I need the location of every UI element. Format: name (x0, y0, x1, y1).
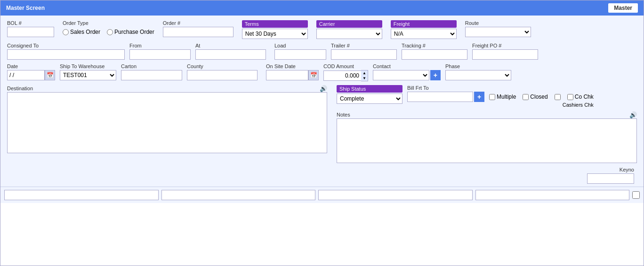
keyno-label: Keyno (620, 167, 634, 172)
from-label: From (129, 43, 191, 48)
bottom-field-4[interactable] (475, 190, 630, 200)
phase-label: Phase (445, 63, 511, 69)
notes-label: Notes (337, 112, 350, 117)
bill-frt-to-input[interactable] (407, 92, 473, 102)
freight-po-input[interactable] (472, 49, 538, 60)
row-2: Consigned To From At Load Trailer # Trac… (7, 43, 637, 60)
freight-group: Freight N/A (391, 20, 457, 39)
purchase-order-radio[interactable] (107, 29, 113, 35)
bottom-bar (0, 187, 644, 203)
destination-label: Destination (7, 86, 33, 91)
app-title: Master Screen (6, 5, 45, 11)
closed-checkbox[interactable] (523, 94, 529, 100)
co-chk-checkbox-label[interactable]: Co Chk (567, 94, 594, 100)
cod-amount-label: COD Amount (323, 63, 368, 69)
ship-status-label: Ship Status (337, 85, 402, 93)
cod-spin-up[interactable]: ▲ (361, 70, 368, 76)
extra-checkbox-1[interactable] (555, 94, 561, 100)
cashiers-chk-text: Cashiers Chk (563, 102, 594, 108)
on-site-cal-icon[interactable]: 📅 (308, 70, 319, 80)
sales-order-radio-label[interactable]: Sales Order (63, 29, 100, 35)
carrier-select[interactable] (316, 29, 382, 39)
order-num-label: Order # (163, 20, 233, 26)
on-site-date-label: On Site Date (266, 63, 319, 69)
order-num-input[interactable] (163, 27, 233, 37)
consigned-to-label: Consigned To (7, 43, 125, 48)
phase-select[interactable] (445, 70, 511, 80)
bottom-field-3[interactable] (318, 190, 473, 200)
bill-frt-to-add-button[interactable]: + (474, 92, 484, 102)
right-panel: Ship Status Complete Bill Frt To + (332, 85, 637, 163)
ship-status-group: Ship Status Complete (337, 85, 402, 104)
cashiers-chk-row: Cashiers Chk (489, 102, 594, 108)
co-chk-checkbox[interactable] (567, 94, 573, 100)
purchase-order-radio-label[interactable]: Purchase Order (107, 29, 154, 35)
tracking-label: Tracking # (402, 43, 467, 48)
carton-group: Carton (121, 63, 182, 80)
keyno-group: Keyno (587, 167, 634, 184)
cod-amount-input[interactable] (323, 70, 361, 81)
tracking-group: Tracking # (402, 43, 467, 60)
date-input[interactable] (7, 70, 45, 80)
bill-frt-to-group: Bill Frt To + (407, 85, 484, 102)
carton-input[interactable] (121, 70, 182, 80)
checkbox-row-1: Multiple Closed Co Chk (489, 94, 594, 100)
load-input[interactable] (274, 49, 326, 60)
multiple-checkbox[interactable] (489, 94, 495, 100)
load-label: Load (274, 43, 326, 48)
route-select[interactable] (465, 27, 531, 37)
sales-order-radio[interactable] (63, 29, 69, 35)
at-label: At (195, 43, 266, 48)
contact-group: Contact + (373, 63, 441, 80)
load-group: Load (274, 43, 326, 60)
county-label: County (187, 63, 258, 69)
on-site-date-input[interactable] (266, 70, 308, 80)
date-group: Date 📅 (7, 63, 55, 80)
order-type-radios: Sales Order Purchase Order (63, 27, 154, 37)
destination-speaker-icon[interactable]: 🔊 (320, 85, 327, 92)
multiple-checkbox-label[interactable]: Multiple (489, 94, 516, 100)
main-window: Master Screen Master BOL # Order Type Sa… (0, 0, 644, 266)
keyno-row: Keyno (7, 167, 637, 184)
destination-textarea[interactable] (7, 92, 327, 153)
route-group: Route (465, 20, 531, 37)
county-input[interactable] (187, 70, 258, 80)
trailer-input[interactable] (331, 49, 397, 60)
multiple-text: Multiple (497, 94, 516, 100)
bol-label: BOL # (7, 20, 54, 26)
closed-checkbox-label[interactable]: Closed (523, 94, 547, 100)
cod-spin-buttons: ▲ ▼ (361, 70, 368, 81)
from-group: From (129, 43, 191, 60)
bottom-field-2[interactable] (161, 190, 316, 200)
bol-group: BOL # (7, 20, 54, 37)
notes-speaker-icon[interactable]: 🔊 (629, 111, 637, 118)
ship-to-warehouse-select[interactable]: TEST001 (60, 70, 116, 80)
ship-to-warehouse-label: Ship To Warehouse (60, 63, 116, 69)
keyno-input[interactable] (587, 173, 634, 184)
terms-select[interactable]: Net 30 Days (242, 29, 308, 39)
closed-text: Closed (530, 94, 547, 100)
checkboxes-group: Multiple Closed Co Chk (489, 94, 594, 108)
cod-spin-down[interactable]: ▼ (361, 76, 368, 81)
master-tab[interactable]: Master (608, 3, 638, 13)
contact-add-button[interactable]: + (430, 70, 441, 80)
order-num-group: Order # (163, 20, 233, 37)
freight-select[interactable]: N/A (391, 29, 457, 39)
bottom-checkbox[interactable] (632, 191, 640, 199)
row-1: BOL # Order Type Sales Order Purchase Or… (7, 20, 637, 39)
consigned-to-input[interactable] (7, 49, 125, 60)
at-input[interactable] (195, 49, 266, 60)
order-type-label: Order Type (63, 20, 154, 26)
date-calendar-icon[interactable]: 📅 (45, 70, 55, 80)
date-label: Date (7, 63, 55, 69)
trailer-label: Trailer # (331, 43, 397, 48)
tracking-input[interactable] (402, 49, 467, 60)
contact-select[interactable] (373, 70, 429, 80)
from-input[interactable] (129, 49, 191, 60)
bol-input[interactable] (7, 27, 54, 37)
row-4: Destination 🔊 Ship Status Complete (7, 85, 637, 163)
notes-textarea[interactable] (337, 118, 637, 163)
ship-status-select[interactable]: Complete (337, 94, 402, 104)
bottom-field-1[interactable] (4, 190, 159, 200)
freight-po-label: Freight PO # (472, 43, 538, 48)
